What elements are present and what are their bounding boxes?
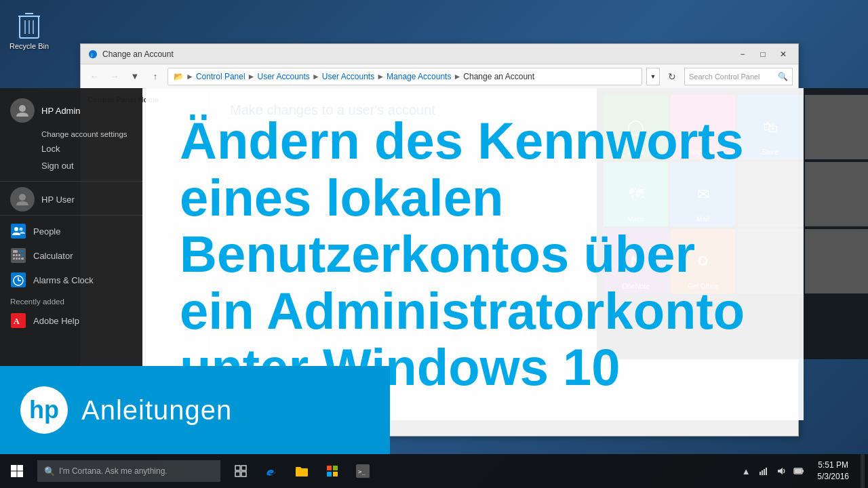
breadcrumb: 📂 ► Control Panel ► User Accounts ► User…: [167, 68, 642, 85]
taskbar-search-placeholder: I'm Cortana. Ask me anything.: [59, 466, 167, 476]
hp-logo: hp: [20, 386, 68, 434]
svg-rect-43: [333, 472, 338, 476]
hp-user-name: HP User: [41, 195, 75, 205]
file-explorer-button[interactable]: [288, 454, 315, 488]
desktop: Recycle Bin HP Admin Change account sett…: [0, 0, 868, 488]
breadcrumb-sep-0: ►: [186, 72, 194, 81]
svg-text:>_: >_: [358, 468, 366, 475]
show-desktop-button[interactable]: [861, 454, 865, 488]
svg-rect-48: [764, 469, 765, 475]
sign-out-link[interactable]: Sign out: [10, 157, 136, 174]
people-icon: [10, 223, 26, 239]
hp-user-section: HP User: [0, 182, 142, 216]
up-button[interactable]: ↑: [147, 68, 163, 85]
search-box[interactable]: Search Control Panel 🔍: [684, 68, 793, 85]
hp-banner-label: Anleitungen: [81, 395, 232, 426]
breadcrumb-sep-3: ►: [376, 72, 384, 81]
taskbar: 🔍 I'm Cortana. Ask me anything.: [0, 454, 868, 488]
tray-speaker-icon[interactable]: [773, 454, 789, 488]
close-button[interactable]: ✕: [774, 47, 793, 61]
svg-point-9: [14, 227, 18, 231]
tile-empty-1: [805, 95, 868, 159]
clock-display[interactable]: 5:51 PM 5/3/2016: [810, 454, 856, 488]
calculator-label: Calculator: [33, 251, 73, 261]
app-item-alarms[interactable]: Alarms & Clock: [0, 268, 142, 292]
volume-icon: [776, 466, 786, 476]
svg-rect-13: [19, 250, 21, 252]
breadcrumb-item-ma[interactable]: Manage Accounts: [387, 72, 451, 81]
app-item-calculator[interactable]: Calculator: [0, 243, 142, 268]
tray-chevron[interactable]: ▲: [738, 454, 754, 488]
recent-button[interactable]: ▼: [127, 68, 143, 85]
overlay-text: Ändern des Kennworts eines lokalen Benut…: [153, 99, 797, 409]
svg-rect-31: [11, 465, 17, 471]
svg-rect-37: [235, 472, 240, 476]
user-avatar-row: HP Admin: [10, 98, 136, 123]
svg-marker-50: [778, 468, 783, 474]
recycle-bin-icon: [13, 8, 45, 41]
taskbar-icons: >_: [227, 454, 376, 488]
clock-icon: [10, 272, 26, 288]
file-explorer-icon: [295, 464, 309, 478]
edge-button[interactable]: [258, 454, 285, 488]
svg-rect-21: [18, 258, 20, 260]
clock-time: 5:51 PM: [818, 460, 848, 471]
tray-battery-icon[interactable]: [791, 454, 807, 488]
app-item-people[interactable]: People: [0, 219, 142, 243]
lock-link[interactable]: Lock: [10, 140, 136, 157]
maximize-button[interactable]: □: [753, 47, 772, 61]
cmd-icon: >_: [356, 464, 370, 478]
svg-rect-32: [18, 465, 24, 471]
tile-empty-3: [805, 162, 868, 226]
svg-rect-17: [18, 254, 20, 256]
breadcrumb-sep-2: ►: [312, 72, 320, 81]
forward-button[interactable]: →: [106, 68, 123, 85]
user-account-section: HP Admin Change account settings Lock Si…: [0, 88, 142, 182]
task-view-button[interactable]: [227, 454, 254, 488]
taskbar-right: ▲: [738, 454, 868, 488]
breadcrumb-item-ua1[interactable]: User Accounts: [258, 72, 310, 81]
hp-banner: hp Anleitungen: [0, 366, 390, 454]
svg-point-6: [19, 105, 26, 112]
start-button[interactable]: [0, 454, 34, 488]
svg-rect-46: [760, 472, 761, 475]
refresh-button[interactable]: ↻: [664, 68, 680, 85]
command-prompt-button[interactable]: >_: [349, 454, 376, 488]
svg-rect-39: [296, 468, 308, 476]
system-tray: ▲: [738, 454, 807, 488]
hp-user-row[interactable]: HP User: [10, 187, 136, 211]
svg-rect-15: [13, 254, 15, 256]
account-settings-link[interactable]: Change account settings: [10, 128, 136, 140]
taskbar-search[interactable]: 🔍 I'm Cortana. Ask me anything.: [37, 460, 220, 482]
svg-point-29: [89, 50, 97, 58]
svg-rect-42: [327, 472, 332, 476]
back-button[interactable]: ←: [86, 68, 102, 85]
svg-rect-16: [16, 254, 18, 256]
svg-rect-20: [16, 258, 18, 260]
recycle-bin[interactable]: Recycle Bin: [7, 5, 52, 53]
title-bar-left: i Change an Account: [87, 49, 174, 60]
store-taskbar-button[interactable]: [319, 454, 346, 488]
adobe-help-label: Adobe Help: [33, 316, 79, 326]
network-icon: [759, 466, 768, 476]
task-view-icon: [235, 465, 247, 477]
app-item-adobe-help[interactable]: A Adobe Help: [0, 308, 142, 333]
breadcrumb-item-cp[interactable]: Control Panel: [196, 72, 245, 81]
svg-point-7: [19, 194, 26, 201]
svg-rect-38: [241, 472, 246, 476]
search-icon: 🔍: [778, 72, 788, 81]
minimize-button[interactable]: −: [733, 47, 752, 61]
svg-rect-35: [235, 466, 240, 470]
svg-point-10: [20, 228, 23, 231]
recently-added-label: Recently added: [0, 292, 142, 308]
svg-rect-8: [11, 224, 26, 239]
avatar: [10, 98, 35, 123]
svg-rect-41: [333, 466, 338, 470]
svg-rect-34: [18, 472, 24, 478]
breadcrumb-icon: 📂: [174, 72, 184, 81]
breadcrumb-item-ua2[interactable]: User Accounts: [322, 72, 374, 81]
tray-network-icon[interactable]: [755, 454, 772, 488]
adobe-icon: A: [10, 312, 26, 329]
address-dropdown[interactable]: ▼: [646, 68, 660, 85]
svg-rect-12: [13, 250, 18, 253]
